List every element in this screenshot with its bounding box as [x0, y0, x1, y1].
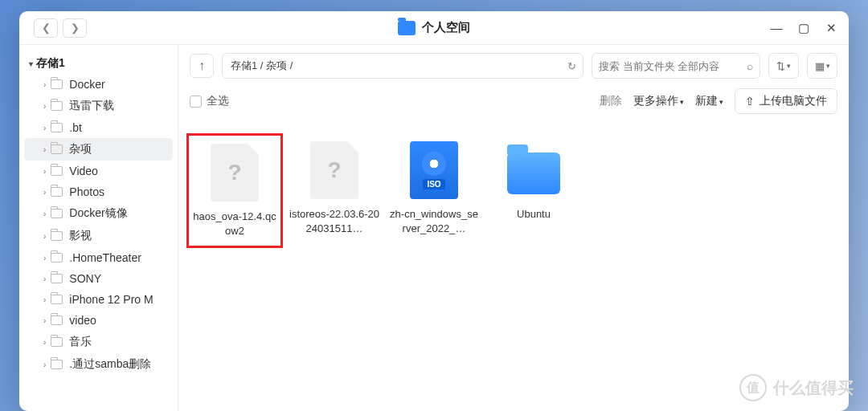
sidebar-item[interactable]: ›video [24, 310, 173, 331]
chevron-right-icon: › [43, 124, 46, 132]
more-actions-button[interactable]: 更多操作▾ [633, 94, 684, 108]
folder-icon [51, 101, 63, 111]
sidebar-item[interactable]: ›杂项 [24, 138, 173, 161]
up-directory-button[interactable]: ↑ [190, 54, 214, 78]
upload-icon: ⇧ [745, 95, 755, 108]
file-item[interactable]: ISOzh-cn_windows_server_2022_… [386, 133, 482, 243]
sidebar-item[interactable]: ›SONY [24, 268, 173, 289]
titlebar: ❮ ❯ 个人空间 — ▢ ✕ [19, 11, 849, 45]
folder-icon [51, 209, 63, 218]
checkbox-icon [190, 96, 202, 108]
minimize-button[interactable]: — [770, 22, 783, 35]
chevron-right-icon: › [43, 210, 46, 218]
folder-icon [51, 144, 63, 154]
sidebar-item-label: 迅雷下载 [69, 99, 114, 113]
breadcrumb[interactable]: 存储1 / 杂项 / ↻ [222, 53, 583, 79]
chevron-right-icon: › [43, 232, 46, 241]
view-mode-button[interactable]: ▦▾ [807, 53, 837, 79]
toolbar-secondary: 全选 删除 更多操作▾ 新建▾ ⇧ 上传电脑文件 [178, 83, 849, 122]
unknown-file-icon [310, 141, 358, 199]
sidebar-tree: ›Docker›迅雷下载›.bt›杂项›Video›Photos›Docker镜… [24, 74, 173, 376]
chevron-right-icon: › [43, 102, 46, 111]
nav-back-button[interactable]: ❮ [34, 18, 58, 38]
breadcrumb-path: 存储1 / 杂项 / [231, 59, 293, 73]
sidebar-item[interactable]: ›Docker [24, 74, 173, 95]
chevron-right-icon: › [43, 80, 46, 89]
folder-icon [51, 295, 63, 304]
sidebar-root-label: 存储1 [36, 56, 65, 71]
select-all-label: 全选 [207, 94, 229, 108]
folder-icon [51, 187, 63, 197]
sidebar-item[interactable]: ›.bt [24, 117, 173, 138]
sidebar-item-label: video [69, 314, 96, 327]
sidebar-root[interactable]: ▾ 存储1 [24, 53, 173, 74]
file-name: haos_ova-12.4.qcow2 [192, 210, 277, 238]
delete-button[interactable]: 删除 [600, 94, 622, 108]
folder-icon [51, 274, 63, 283]
chevron-right-icon: › [43, 188, 46, 197]
sidebar-item[interactable]: ›影视 [24, 225, 173, 247]
chevron-right-icon: › [43, 338, 46, 347]
sidebar-item-label: .bt [69, 121, 82, 134]
app-folder-icon [398, 21, 416, 35]
chevron-right-icon: › [43, 295, 46, 304]
sidebar-item-label: SONY [69, 272, 101, 285]
folder-icon [51, 123, 63, 132]
file-grid: haos_ova-12.4.qcow2istoreos-22.03.6-2024… [178, 122, 849, 411]
sidebar-item[interactable]: ›音乐 [24, 331, 173, 353]
nav-forward-button[interactable]: ❯ [63, 18, 87, 38]
search-icon[interactable]: ⌕ [747, 59, 753, 72]
upload-button[interactable]: ⇧ 上传电脑文件 [735, 88, 837, 114]
sidebar-item[interactable]: ›.HomeTheater [24, 247, 173, 268]
chevron-right-icon: › [43, 145, 46, 154]
search-box[interactable]: ⌕ [592, 53, 760, 79]
folder-icon [51, 231, 63, 241]
sidebar-item[interactable]: ›Photos [24, 181, 173, 202]
folder-icon [51, 315, 63, 325]
search-input[interactable] [599, 60, 742, 72]
sidebar: ▾ 存储1 ›Docker›迅雷下载›.bt›杂项›Video›Photos›D… [19, 45, 178, 411]
folder-item[interactable]: Ubuntu [485, 133, 582, 230]
file-name: istoreos-22.03.6-2024031511… [289, 207, 379, 235]
sidebar-item[interactable]: ›Docker镜像 [24, 202, 173, 225]
chevron-right-icon: › [43, 275, 46, 283]
sidebar-item-label: iPhone 12 Pro M [69, 293, 153, 306]
file-name: Ubuntu [517, 207, 551, 222]
unknown-file-icon [211, 144, 259, 201]
new-button[interactable]: 新建▾ [695, 94, 723, 108]
sidebar-item-label: Video [69, 165, 98, 177]
folder-icon [51, 253, 63, 262]
sidebar-item[interactable]: ›迅雷下载 [24, 95, 173, 117]
sidebar-item-label: Photos [69, 185, 104, 198]
chevron-right-icon: › [43, 360, 46, 369]
file-item[interactable]: istoreos-22.03.6-2024031511… [286, 133, 383, 243]
close-button[interactable]: ✕ [825, 22, 837, 35]
sort-button[interactable]: ⇅▾ [768, 53, 799, 79]
sidebar-item-label: 音乐 [69, 335, 92, 349]
upload-label: 上传电脑文件 [760, 94, 827, 108]
sidebar-item[interactable]: ›.通过samba删除 [24, 353, 173, 376]
sidebar-item-label: .通过samba删除 [69, 357, 151, 372]
sidebar-item-label: 杂项 [69, 142, 92, 157]
sidebar-item-label: Docker镜像 [69, 206, 127, 221]
select-all-checkbox[interactable]: 全选 [190, 94, 229, 108]
sidebar-item-label: 影视 [69, 229, 92, 243]
folder-icon [51, 79, 63, 89]
refresh-icon[interactable]: ↻ [567, 60, 576, 72]
sidebar-item-label: .HomeTheater [69, 251, 141, 264]
file-name: zh-cn_windows_server_2022_… [389, 207, 479, 235]
maximize-button[interactable]: ▢ [797, 22, 810, 35]
file-item[interactable]: haos_ova-12.4.qcow2 [186, 133, 283, 248]
folder-icon [51, 166, 63, 176]
sidebar-item[interactable]: ›iPhone 12 Pro M [24, 289, 173, 310]
chevron-down-icon: ▾ [29, 59, 33, 68]
folder-icon [507, 141, 560, 199]
window-title: 个人空间 [422, 20, 470, 35]
chevron-right-icon: › [43, 316, 46, 325]
file-manager-window: ❮ ❯ 个人空间 — ▢ ✕ ▾ 存储1 ›Docker›迅雷下载›.bt›杂项… [19, 11, 849, 411]
main-panel: ↑ 存储1 / 杂项 / ↻ ⌕ ⇅▾ ▦▾ 全选 删除 [178, 45, 849, 411]
iso-file-icon: ISO [410, 141, 458, 199]
sidebar-item-label: Docker [69, 78, 104, 91]
sidebar-item[interactable]: ›Video [24, 161, 173, 181]
chevron-right-icon: › [43, 254, 46, 262]
